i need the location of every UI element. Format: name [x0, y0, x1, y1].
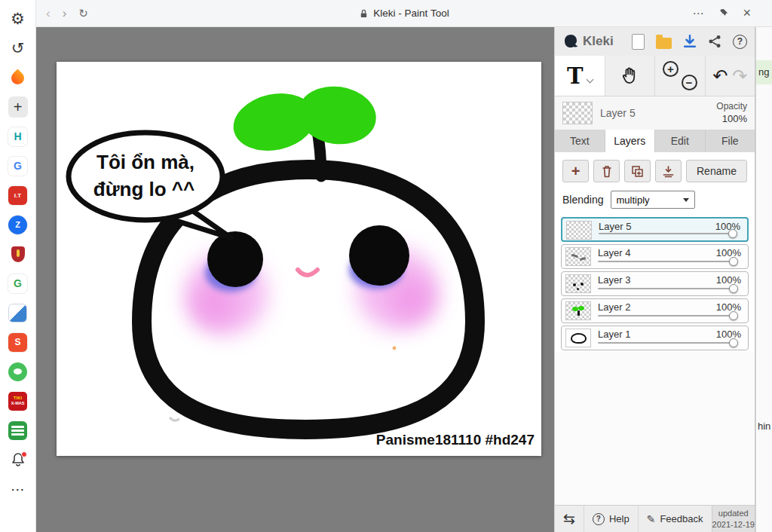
- tab-text[interactable]: Text: [555, 130, 605, 152]
- eye-left: [207, 231, 263, 287]
- share-button[interactable]: [708, 35, 721, 48]
- layer-row-1[interactable]: Layer 1 100%: [561, 326, 749, 350]
- layer-3-name: Layer 3: [598, 274, 630, 286]
- kleki-logo-icon: [562, 33, 579, 50]
- duplicate-icon: [631, 165, 644, 178]
- opacity-label: Opacity: [716, 101, 747, 112]
- layer-1-name: Layer 1: [598, 329, 630, 340]
- pencil-icon: ✎: [647, 513, 656, 525]
- layer-row-3[interactable]: Layer 3 100%: [561, 271, 749, 296]
- sidebar-item-tiki[interactable]: TIKI X-MAS: [8, 391, 28, 411]
- notifications-bell[interactable]: [8, 450, 28, 469]
- layer-4-opacity: 100%: [716, 247, 741, 258]
- sidebar-item-it[interactable]: I.T: [8, 185, 28, 205]
- delete-layer-button[interactable]: [593, 160, 620, 182]
- hand-tool-button[interactable]: [605, 56, 656, 96]
- slider-knob[interactable]: [729, 338, 738, 347]
- layer-3-thumbnail: [565, 274, 591, 293]
- open-file-button[interactable]: [656, 38, 672, 49]
- slider-knob[interactable]: [728, 229, 737, 238]
- sidebar-item-app[interactable]: [8, 303, 28, 323]
- sidebar-item-h[interactable]: H: [8, 127, 28, 146]
- text-tool-button[interactable]: T: [555, 56, 605, 96]
- feedback-button[interactable]: ✎ Feedback: [638, 506, 712, 532]
- add-layer-button[interactable]: +: [562, 160, 589, 182]
- sidebar-more-button[interactable]: ⋯: [8, 479, 28, 499]
- updated-badge: updated 2021-12-19: [712, 506, 755, 532]
- slider-knob[interactable]: [729, 257, 738, 266]
- sidebar-item-shield[interactable]: [8, 244, 28, 264]
- slider-knob[interactable]: [729, 284, 738, 293]
- tab-edit[interactable]: Edit: [655, 130, 706, 152]
- edge-text-bottom: hin: [758, 420, 770, 432]
- tiki-icon: TIKI X-MAS: [8, 392, 27, 411]
- merge-down-icon: [662, 165, 675, 178]
- help-button[interactable]: ?: [733, 35, 747, 49]
- updated-date: 2021-12-19: [712, 519, 755, 530]
- sidebar-item-google[interactable]: G: [8, 156, 28, 176]
- sidebar-item-store[interactable]: [8, 420, 28, 440]
- pin-icon[interactable]: [718, 8, 728, 19]
- panel-header-icons: ?: [632, 34, 747, 50]
- close-icon[interactable]: ×: [743, 5, 751, 21]
- flame-shape: [8, 69, 26, 87]
- history-icon[interactable]: ↺: [8, 38, 28, 58]
- help-footer-button[interactable]: ? Help: [584, 506, 638, 532]
- layer-3-opacity-slider[interactable]: [598, 288, 734, 289]
- sidebar-item-google2[interactable]: G: [8, 274, 28, 293]
- layer-5-opacity-slider[interactable]: [599, 233, 733, 234]
- add-shortcut-button[interactable]: +: [8, 97, 28, 117]
- reload-icon[interactable]: ↻: [78, 7, 88, 20]
- eye-right: [349, 225, 409, 286]
- layer-row-4[interactable]: Layer 4 100%: [561, 244, 749, 269]
- speech-bubble: [69, 133, 222, 220]
- tab-file[interactable]: File: [706, 130, 755, 152]
- page-title: Kleki - Paint Tool: [373, 8, 449, 19]
- settings-gear-icon[interactable]: ⚙: [8, 9, 28, 29]
- flame-icon[interactable]: [8, 68, 28, 87]
- swap-button[interactable]: ⇆: [555, 506, 584, 532]
- rename-layer-button[interactable]: Rename: [686, 160, 747, 182]
- slider-knob[interactable]: [729, 311, 738, 320]
- layer-2-opacity-slider[interactable]: [598, 315, 734, 316]
- tab-layers[interactable]: Layers: [605, 130, 656, 152]
- merge-layer-button[interactable]: [655, 160, 682, 182]
- blending-select[interactable]: multiply: [611, 191, 695, 209]
- kleki-logo: Kleki: [562, 33, 614, 50]
- blending-value: multiply: [617, 194, 650, 206]
- help-label: Help: [609, 513, 630, 524]
- paint-canvas[interactable]: Tôi ổn mà, đừng lo ^^ Panisme181110 #hd2…: [57, 62, 541, 456]
- layer-row-5[interactable]: Layer 5 100%: [561, 217, 749, 242]
- forward-icon[interactable]: ›: [63, 6, 67, 21]
- google-green-icon: G: [8, 274, 27, 293]
- layer-row-2[interactable]: Layer 2 100%: [561, 298, 749, 323]
- layer-list: Layer 5 100% Layer 4 100% Layer: [555, 216, 755, 351]
- layer-1-opacity: 100%: [716, 329, 741, 340]
- layer-1-opacity-slider[interactable]: [598, 342, 734, 344]
- layer-5-thumbnail: [566, 221, 592, 240]
- redo-button[interactable]: ↷: [732, 66, 747, 87]
- sidebar-item-zalo[interactable]: Z: [8, 215, 28, 234]
- layer-4-opacity-slider[interactable]: [598, 261, 734, 262]
- undo-button[interactable]: ↶: [712, 66, 728, 87]
- browser-sidebar: ⚙ ↺ + H G I.T Z G S TIKI X-MAS ⋯: [0, 0, 36, 532]
- h-icon: H: [8, 127, 27, 146]
- download-button[interactable]: [683, 35, 697, 48]
- hand-icon: [620, 66, 640, 86]
- zoom-out-button[interactable]: −: [682, 75, 697, 90]
- more-menu-icon[interactable]: ⋯: [692, 7, 703, 20]
- back-icon[interactable]: ‹: [46, 6, 51, 21]
- updated-label: updated: [718, 508, 749, 518]
- layer-1-thumbnail: [565, 329, 591, 347]
- kleki-logo-text: Kleki: [583, 34, 614, 49]
- sidebar-item-shopee[interactable]: S: [8, 332, 28, 352]
- new-image-button[interactable]: [632, 34, 645, 50]
- duplicate-layer-button[interactable]: [624, 160, 651, 182]
- active-layer-bar[interactable]: Layer 5 Opacity 100%: [555, 96, 755, 130]
- it-icon: I.T: [8, 186, 27, 205]
- swap-icon: ⇆: [563, 510, 575, 527]
- sidebar-item-chat[interactable]: [8, 362, 28, 381]
- drawing: Tôi ổn mà, đừng lo ^^ Panisme181110 #hd2…: [57, 62, 541, 456]
- window-title-group: Kleki - Paint Tool: [36, 8, 772, 19]
- zoom-in-button[interactable]: +: [663, 61, 679, 77]
